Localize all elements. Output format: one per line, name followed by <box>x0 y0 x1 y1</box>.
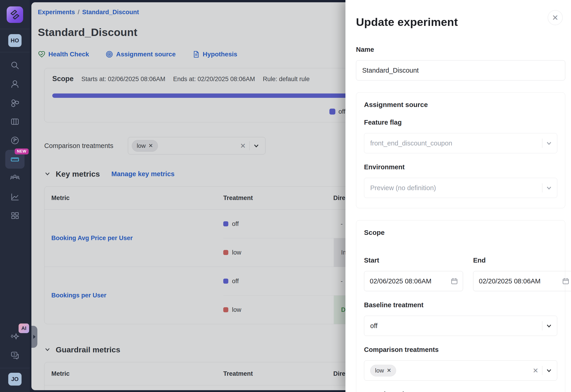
workspace-avatar[interactable]: HO <box>8 34 22 47</box>
baseline-treatment-value: off <box>370 322 378 330</box>
chip-label: low <box>375 367 384 374</box>
select-clear-icon[interactable]: ✕ <box>529 366 542 375</box>
chip-remove-icon[interactable]: ✕ <box>387 367 391 374</box>
scope-title: Scope <box>364 229 557 237</box>
end-date-value: 02/20/2025 08:06AM <box>479 278 541 285</box>
name-input[interactable]: Standard_Discount <box>356 60 565 80</box>
sidebar-divider <box>0 52 30 52</box>
treatment-chip-low[interactable]: low ✕ <box>370 365 396 377</box>
sidebar: HO <box>0 0 30 392</box>
chevron-down-icon <box>542 185 554 191</box>
environment-value: Preview (no definition) <box>370 184 436 192</box>
people-group-icon <box>10 173 20 183</box>
sidebar-item-audiences[interactable] <box>5 169 25 187</box>
end-label: End <box>473 257 571 264</box>
sidebar-item-analytics[interactable] <box>5 187 25 206</box>
search-icon <box>10 60 20 70</box>
end-date-input[interactable]: 02/20/2025 08:06AM <box>473 271 571 291</box>
dashboard-tiles-icon <box>10 210 20 221</box>
sidebar-item-help[interactable]: ? <box>5 346 25 365</box>
environment-select[interactable]: Preview (no definition) <box>364 178 557 198</box>
hexagons-icon <box>10 98 20 108</box>
targeting-rule-label: Targeting rule <box>364 391 557 392</box>
comparison-treatments-select[interactable]: low ✕ ✕ <box>364 360 557 380</box>
chevron-down-icon[interactable] <box>542 323 554 329</box>
ai-badge: AI <box>19 323 29 333</box>
ruler-icon <box>10 154 20 164</box>
sidebar-item-search[interactable] <box>5 56 25 75</box>
update-experiment-panel: ✕ Update experiment Name Standard_Discou… <box>345 0 571 392</box>
baseline-treatment-label: Baseline treatment <box>364 301 557 309</box>
sidebar-item-segments[interactable] <box>5 94 25 112</box>
baseline-treatment-select[interactable]: off <box>364 316 557 336</box>
svg-text:?: ? <box>13 352 15 356</box>
sidebar-item-feature-flags[interactable] <box>5 112 25 131</box>
feature-flag-select[interactable]: front_end_discount_coupon <box>364 133 557 153</box>
new-badge: NEW <box>15 148 29 154</box>
assignment-source-title: Assignment source <box>364 101 557 109</box>
sidebar-item-dashboards[interactable] <box>5 206 25 225</box>
environment-label: Environment <box>364 163 557 171</box>
start-label: Start <box>364 257 463 264</box>
chevron-down-icon <box>542 140 554 146</box>
start-date-input[interactable]: 02/06/2025 08:06AM <box>364 271 463 291</box>
calendar-icon <box>562 277 570 285</box>
sidebar-item-ai-assistant[interactable]: AI <box>5 327 25 346</box>
feature-flag-label: Feature flag <box>364 119 557 126</box>
scope-card: Scope Start 02/06/2025 08:06AM End 02/20… <box>356 220 565 392</box>
logo-glyph <box>10 9 20 20</box>
flag-circle-icon <box>10 135 20 145</box>
sidebar-item-users[interactable] <box>5 75 25 94</box>
name-value: Standard_Discount <box>362 67 419 74</box>
help-chat-icon: ? <box>10 350 20 360</box>
feature-flag-value: front_end_discount_coupon <box>370 140 452 147</box>
comparison-treatments-label: Comparison treatments <box>364 346 557 353</box>
sidebar-item-experiments-active[interactable]: NEW <box>5 150 25 169</box>
user-icon <box>10 79 20 89</box>
assignment-source-card: Assignment source Feature flag front_end… <box>356 92 565 208</box>
close-button[interactable]: ✕ <box>548 10 563 25</box>
sparkle-icon <box>10 332 20 342</box>
app-logo[interactable] <box>7 6 23 23</box>
chevron-down-icon[interactable] <box>542 367 554 373</box>
sidebar-item-sessions[interactable] <box>5 131 25 150</box>
line-chart-icon <box>10 192 20 202</box>
calendar-icon <box>450 277 458 285</box>
start-date-value: 02/06/2025 08:06AM <box>370 278 431 285</box>
sidebar-divider <box>0 368 30 368</box>
columns-icon <box>10 117 20 127</box>
name-label: Name <box>356 46 565 53</box>
panel-title: Update experiment <box>356 15 565 28</box>
user-avatar[interactable]: JO <box>8 373 22 386</box>
close-icon: ✕ <box>552 13 559 22</box>
